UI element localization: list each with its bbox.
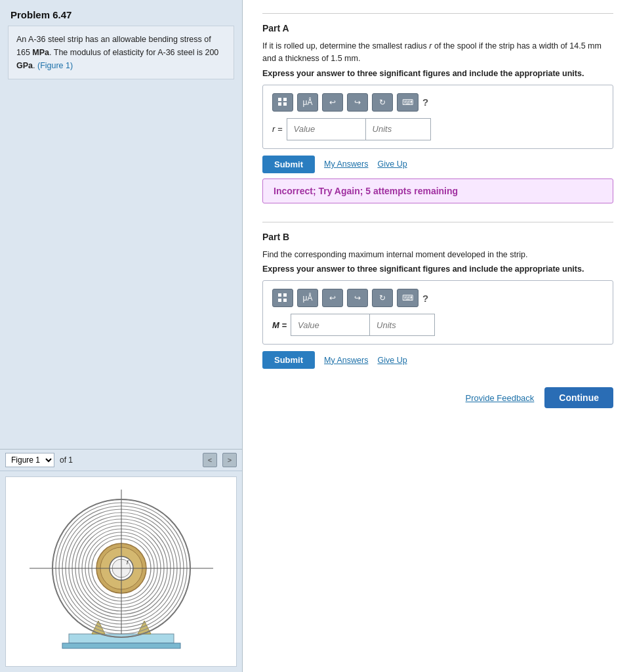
part-b-refresh-icon: ↻ bbox=[379, 293, 386, 303]
part-a-give-up-button[interactable]: Give Up bbox=[377, 159, 407, 169]
part-b-undo-icon: ↩ bbox=[329, 293, 336, 303]
part-a-input-label: r = bbox=[272, 124, 283, 134]
part-b-mu-label: μÅ bbox=[303, 293, 313, 303]
part-a-matrix-button[interactable] bbox=[272, 93, 293, 112]
figure-next-button[interactable]: > bbox=[222, 453, 237, 467]
part-b-redo-icon: ↪ bbox=[354, 293, 361, 303]
part-b-units-input[interactable] bbox=[369, 314, 435, 336]
figure-of-text: of 1 bbox=[60, 455, 73, 465]
figure-section: Figure 1 of 1 < > bbox=[0, 449, 242, 672]
part-a-submit-button[interactable]: Submit bbox=[262, 156, 315, 173]
part-b-matrix-button[interactable] bbox=[272, 289, 293, 307]
keyboard-icon: ⌨ bbox=[402, 98, 413, 107]
part-a-feedback-text: Incorrect; Try Again; 5 attempts remaini… bbox=[274, 186, 458, 196]
part-b-value-input[interactable] bbox=[291, 314, 369, 336]
provide-feedback-button[interactable]: Provide Feedback bbox=[466, 393, 535, 403]
mu-label: μÅ bbox=[303, 98, 313, 107]
part-b-submit-row: Submit My Answers Give Up bbox=[262, 351, 613, 369]
part-b-undo-button[interactable]: ↩ bbox=[322, 289, 343, 307]
part-a-help-button[interactable]: ? bbox=[422, 96, 428, 108]
redo-icon: ↪ bbox=[354, 98, 361, 107]
part-b-give-up-button[interactable]: Give Up bbox=[377, 356, 407, 365]
part-a-redo-button[interactable]: ↪ bbox=[347, 93, 368, 112]
refresh-icon: ↻ bbox=[379, 98, 386, 107]
problem-title: Problem 6.47 bbox=[0, 0, 242, 26]
figure-link[interactable]: (Figure 1) bbox=[37, 61, 73, 70]
part-b-header: Part B bbox=[262, 232, 613, 242]
problem-description: An A-36 steel strip has an allowable ben… bbox=[8, 26, 234, 79]
part-b-matrix-icon bbox=[278, 293, 287, 303]
part-b-separator bbox=[262, 222, 613, 222]
gpa-text: GPa bbox=[16, 61, 33, 70]
part-b-input-row: M = bbox=[272, 314, 603, 336]
part-a-header: Part A bbox=[262, 23, 613, 33]
continue-button[interactable]: Continue bbox=[544, 387, 613, 408]
svg-rect-1 bbox=[62, 643, 180, 648]
figure-canvas: r bbox=[5, 476, 237, 667]
left-panel: Problem 6.47 An A-36 steel strip has an … bbox=[0, 0, 243, 672]
part-b-keyboard-icon: ⌨ bbox=[402, 293, 413, 303]
part-b-keyboard-button[interactable]: ⌨ bbox=[397, 289, 419, 307]
part-b-submit-button[interactable]: Submit bbox=[262, 351, 315, 369]
matrix-icon bbox=[278, 98, 287, 107]
part-a-answer-box: μÅ ↩ ↪ ↻ ⌨ ? r = bbox=[262, 85, 613, 149]
figure-prev-button[interactable]: < bbox=[203, 453, 217, 467]
part-a-undo-button[interactable]: ↩ bbox=[322, 93, 343, 112]
part-b-answer-box: μÅ ↩ ↪ ↻ ⌨ ? bbox=[262, 280, 613, 345]
part-b-help-button[interactable]: ? bbox=[422, 293, 428, 304]
part-a-mu-button[interactable]: μÅ bbox=[297, 93, 318, 112]
part-a-toolbar: μÅ ↩ ↪ ↻ ⌨ ? bbox=[272, 93, 603, 112]
part-b-input-label: M = bbox=[272, 320, 287, 330]
figure-select[interactable]: Figure 1 bbox=[5, 453, 54, 467]
part-a-input-row: r = bbox=[272, 118, 603, 140]
undo-icon: ↩ bbox=[329, 98, 336, 107]
part-b-my-answers-button[interactable]: My Answers bbox=[324, 356, 368, 365]
part-a-refresh-button[interactable]: ↻ bbox=[372, 93, 393, 112]
figure-toolbar: Figure 1 of 1 < > bbox=[0, 450, 242, 471]
part-a-units-input[interactable] bbox=[365, 118, 431, 140]
right-panel: Part A If it is rolled up, determine the… bbox=[243, 0, 633, 672]
part-b-toolbar: μÅ ↩ ↪ ↻ ⌨ ? bbox=[272, 289, 603, 307]
svg-rect-0 bbox=[69, 634, 174, 643]
part-b-instruction: Find the corresponding maximum internal … bbox=[262, 249, 613, 261]
part-a-value-input[interactable] bbox=[287, 118, 365, 140]
part-b-mu-button[interactable]: μÅ bbox=[297, 289, 318, 307]
part-a-my-answers-button[interactable]: My Answers bbox=[324, 159, 368, 169]
part-a-instruction: If it is rolled up, determine the smalle… bbox=[262, 40, 613, 65]
mpa-text: MPa bbox=[32, 48, 49, 57]
description-text-1: An A-36 steel strip has an allowable ben… bbox=[16, 35, 218, 70]
part-b-section: Part B Find the corresponding maximum in… bbox=[262, 222, 613, 375]
part-a-keyboard-button[interactable]: ⌨ bbox=[397, 93, 419, 112]
part-a-submit-row: Submit My Answers Give Up bbox=[262, 156, 613, 173]
part-a-separator bbox=[262, 13, 613, 14]
part-b-redo-button[interactable]: ↪ bbox=[347, 289, 368, 307]
footer-row: Provide Feedback Continue bbox=[262, 387, 613, 408]
part-a-feedback-box: Incorrect; Try Again; 5 attempts remaini… bbox=[262, 178, 613, 203]
spool-drawing: r bbox=[30, 483, 213, 660]
part-a-instruction-bold: Express your answer to three significant… bbox=[262, 69, 613, 78]
part-b-instruction-bold: Express your answer to three significant… bbox=[262, 264, 613, 274]
part-b-refresh-button[interactable]: ↻ bbox=[372, 289, 393, 307]
